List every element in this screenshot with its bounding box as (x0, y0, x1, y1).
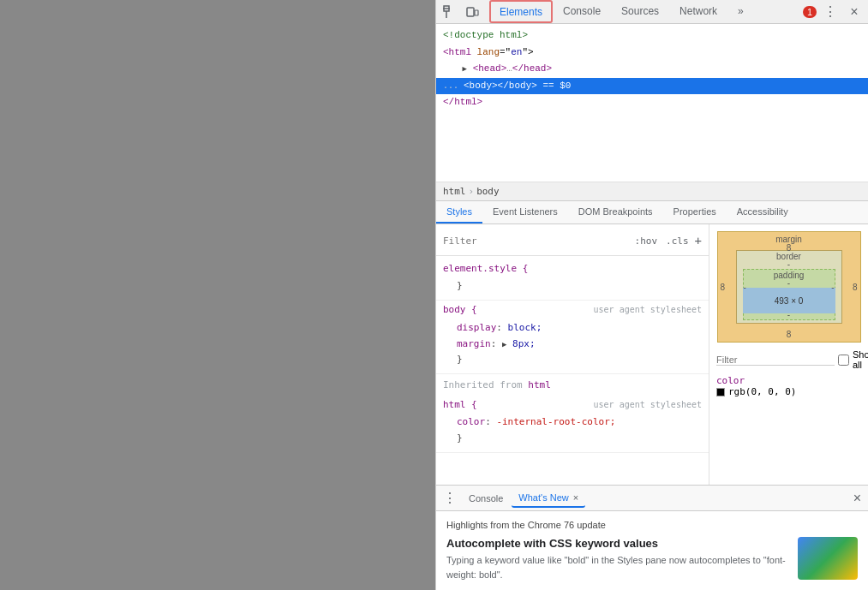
tab-event-listeners[interactable]: Event Listeners (482, 201, 568, 223)
tab-whats-new[interactable]: What's New × (512, 489, 585, 508)
tab-more[interactable]: » (727, 0, 754, 23)
html-color-rule: color: -internal-root-color; (443, 414, 702, 431)
dom-line-html-open[interactable]: <html lang="en"> (436, 45, 868, 62)
update-body: Typing a keyword value like "bold" in th… (446, 553, 789, 581)
html-close-brace: } (443, 431, 702, 447)
dom-line-body-selected[interactable]: ... <body></body> == $0 (436, 78, 868, 95)
box-filter-input[interactable] (716, 355, 835, 366)
bottom-panel: Styles Event Listeners DOM Breakpoints P… (436, 201, 868, 485)
body-close-brace: } (443, 352, 702, 368)
body-selector: body { user agent stylesheet (443, 302, 702, 319)
dom-viewer[interactable]: <!doctype html> <html lang="en"> ▶ <head… (436, 24, 868, 182)
styles-pane[interactable]: :hov .cls + element.style { } body { (436, 224, 709, 485)
close-devtools-button[interactable]: × (844, 2, 865, 22)
margin-bottom-val: 8 (787, 330, 792, 339)
toolbar-icons (440, 2, 482, 22)
toolbar-right: 1 ⋮ × (803, 2, 865, 22)
update-text: Autocomplete with CSS keyword values Typ… (446, 537, 789, 581)
tab-console-bottom[interactable]: Console (462, 490, 510, 507)
whats-new-title: Highlights from the Chrome 76 update (446, 520, 858, 530)
box-model-pane: margin 8 8 8 8 border - padding - - (709, 224, 868, 485)
device-toggle-icon[interactable] (462, 2, 482, 22)
color-swatch[interactable] (716, 388, 725, 396)
tab-sources[interactable]: Sources (611, 0, 669, 23)
breadcrumb: html › body (436, 182, 868, 201)
styles-filter-bar: :hov .cls + (436, 228, 709, 256)
breadcrumb-html[interactable]: html (443, 186, 466, 197)
update-card: Autocomplete with CSS keyword values Typ… (446, 537, 858, 581)
styles-content: :hov .cls + element.style { } body { (436, 224, 868, 485)
tab-accessibility[interactable]: Accessibility (727, 201, 799, 223)
whats-new-close[interactable]: × (573, 492, 578, 503)
toolbar-tabs: Elements Console Sources Network » (489, 0, 803, 23)
tab-styles[interactable]: Styles (436, 201, 482, 223)
box-model-diagram: margin 8 8 8 8 border - padding - - (717, 231, 861, 343)
dom-line-doctype[interactable]: <!doctype html> (436, 27, 868, 45)
color-value-row: rgb(0, 0, 0) (716, 386, 861, 397)
color-section: color rgb(0, 0, 0) (716, 375, 861, 397)
svg-rect-3 (467, 8, 474, 16)
show-all-label: Show all (853, 349, 868, 370)
body-display-rule: display: block; (443, 320, 702, 337)
element-style-selector: element.style { (443, 261, 702, 277)
update-image (798, 537, 858, 580)
console-drawer-icon[interactable]: ⋮ (443, 490, 457, 506)
color-row: color (716, 375, 861, 386)
padding-left-val: - (744, 283, 746, 292)
inspect-icon[interactable] (440, 2, 460, 22)
dom-line-html-close[interactable]: </html> (436, 94, 868, 111)
browser-content (0, 0, 435, 590)
devtools-panel: Elements Console Sources Network » 1 ⋮ × (435, 0, 868, 590)
devtools-toolbar: Elements Console Sources Network » 1 ⋮ × (436, 0, 868, 24)
tab-console[interactable]: Console (553, 0, 611, 23)
box-filter-row: Show all (716, 349, 861, 370)
padding-bottom-val: - (787, 310, 790, 319)
tab-network[interactable]: Network (669, 0, 727, 23)
error-badge: 1 (803, 6, 817, 18)
hov-button[interactable]: :hov (632, 233, 661, 251)
add-style-button[interactable]: + (695, 231, 702, 252)
element-style-close: } (443, 278, 702, 295)
styles-filter-input[interactable] (443, 235, 629, 247)
elements-panel: <!doctype html> <html lang="en"> ▶ <head… (436, 24, 868, 485)
cls-button[interactable]: .cls (663, 233, 691, 251)
margin-left-val: 8 (721, 283, 726, 292)
dom-line-head[interactable]: ▶ <head>…</head> (436, 61, 868, 78)
padding-right-val: - (831, 283, 834, 292)
console-tabs-bar: ⋮ Console What's New × × (436, 486, 868, 511)
html-style-block: html { user agent stylesheet color: -int… (436, 396, 709, 453)
close-console-button[interactable]: × (853, 491, 861, 506)
styles-tabs: Styles Event Listeners DOM Breakpoints P… (436, 201, 868, 224)
more-options-button[interactable]: ⋮ (820, 2, 841, 22)
tab-dom-breakpoints[interactable]: DOM Breakpoints (568, 201, 663, 223)
console-bottom: ⋮ Console What's New × × Highlights from… (436, 485, 868, 590)
color-value: rgb(0, 0, 0) (728, 386, 796, 397)
breadcrumb-body[interactable]: body (476, 186, 500, 197)
filter-buttons: :hov .cls + (632, 231, 702, 252)
inherited-label: Inherited from html (436, 374, 709, 396)
tab-elements[interactable]: Elements (489, 0, 553, 23)
border-val: - (787, 259, 790, 269)
padding-top-val: - (787, 278, 790, 288)
body-margin-rule: margin: ▶ 8px; (443, 337, 702, 353)
element-style-block: element.style { } (436, 259, 709, 301)
margin-right-val: 8 (853, 283, 858, 292)
body-style-block: body { user agent stylesheet display: bl… (436, 301, 709, 374)
whats-new-content: Highlights from the Chrome 76 update Aut… (436, 511, 868, 590)
color-property-label: color (716, 375, 745, 386)
show-all-checkbox[interactable] (838, 355, 849, 366)
svg-rect-4 (475, 10, 478, 15)
tab-properties[interactable]: Properties (663, 201, 727, 223)
html-selector: html { user agent stylesheet (443, 397, 702, 414)
update-heading: Autocomplete with CSS keyword values (446, 537, 789, 550)
